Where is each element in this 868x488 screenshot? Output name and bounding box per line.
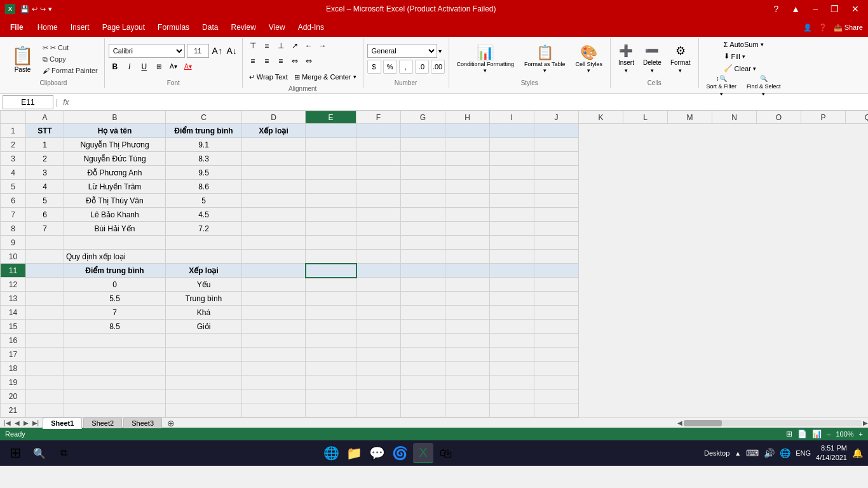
row-header-9[interactable]: 9 [1,236,26,250]
format-arrow[interactable]: ▾ [679,67,682,74]
cond-format-arrow[interactable]: ▾ [484,67,487,74]
cell-F2[interactable] [356,138,401,152]
cell-H5[interactable] [445,180,490,194]
cell-F20[interactable] [356,390,401,403]
underline-button[interactable]: U [138,60,151,73]
sheet-tab-1[interactable]: Sheet1 [43,417,82,429]
cell-A15[interactable] [26,320,64,334]
cell-G3[interactable] [401,152,445,166]
cell-I17[interactable] [490,348,534,362]
cell-B21[interactable] [64,403,166,417]
border-button[interactable]: ⊞ [153,60,165,73]
data-menu[interactable]: Data [196,20,224,34]
ribbon-toggle-btn[interactable]: ▲ [787,4,804,14]
sheet-tab-3[interactable]: Sheet3 [123,417,162,428]
formula-input[interactable] [72,95,865,109]
cell-undefined4[interactable] [534,166,579,180]
wrap-text-button[interactable]: ↵ Wrap Text [247,70,290,84]
cell-G12[interactable] [401,278,445,292]
cell-undefined1[interactable] [534,124,579,138]
cell-H9[interactable] [445,236,490,250]
col-header-i[interactable]: I [490,111,534,124]
insert-menu[interactable]: Insert [64,20,96,34]
cell-G20[interactable] [401,390,445,403]
cell-G6[interactable] [401,194,445,208]
cell-F18[interactable] [356,362,401,376]
taskbar-up-arrow[interactable]: ▲ [735,450,741,457]
cell-F16[interactable] [356,334,401,348]
close-btn[interactable]: ✕ [848,4,863,14]
lang-indicator[interactable]: ENG [796,449,811,457]
cell-undefined6[interactable] [534,194,579,208]
row-header-5[interactable]: 5 [1,180,26,194]
restore-btn[interactable]: ❐ [827,4,843,14]
cell-G13[interactable] [401,292,445,306]
cell-G7[interactable] [401,208,445,222]
cell-H18[interactable] [445,362,490,376]
cell-I14[interactable] [490,306,534,320]
cell-E16[interactable] [306,334,356,348]
cell-D9[interactable] [242,236,306,250]
cell-B4[interactable]: Đỗ Phương Anh [64,166,166,180]
cell-B1[interactable]: Họ và tên [64,124,166,138]
cell-undefined20[interactable] [534,390,579,403]
merge-dropdown-arrow[interactable]: ▾ [353,74,356,80]
row-header-7[interactable]: 7 [1,208,26,222]
merge-center-button[interactable]: ⊞ Merge & Center ▾ [292,70,359,84]
cell-D18[interactable] [242,362,306,376]
cell-undefined10[interactable] [534,250,579,264]
undo-quick-btn[interactable]: ↩ [32,5,37,13]
cell-F4[interactable] [356,166,401,180]
copy-button[interactable]: ⧉ Copy [40,54,100,65]
cell-E12[interactable] [306,278,356,292]
cell-C7[interactable]: 4.5 [166,208,242,222]
cell-D21[interactable] [242,403,306,417]
cell-F17[interactable] [356,348,401,362]
cell-undefined13[interactable] [534,292,579,306]
cell-B14[interactable]: 7 [64,306,166,320]
row-header-11[interactable]: 11 [1,264,26,278]
cell-A17[interactable] [26,348,64,362]
cell-G1[interactable] [401,124,445,138]
cell-E9[interactable] [306,236,356,250]
help-icon[interactable]: ❓ [818,24,827,32]
col-header-k[interactable]: K [579,111,623,124]
cell-C9[interactable] [166,236,242,250]
cell-C15[interactable]: Giỏi [166,320,242,334]
col-header-d[interactable]: D [242,111,306,124]
zoom-in-btn[interactable]: + [859,430,863,438]
cell-D4[interactable] [242,166,306,180]
cell-B7[interactable]: Lê Bảo Khanh [64,208,166,222]
cell-B5[interactable]: Lừ Huyền Trâm [64,180,166,194]
horizontal-scrollbar[interactable]: ◀ ▶ [677,419,868,426]
paste-button[interactable]: 📋 Paste [6,41,39,76]
cell-I20[interactable] [490,390,534,403]
fill-color-button[interactable]: A▾ [167,60,180,73]
row-header-1[interactable]: 1 [1,124,26,138]
page-break-view-btn[interactable]: 📊 [812,430,822,438]
scroll-right-btn[interactable]: ▶ [863,419,868,426]
col-header-g[interactable]: G [401,111,445,124]
cell-undefined14[interactable] [534,306,579,320]
align-middle-btn[interactable]: ≡ [261,39,273,52]
cell-H7[interactable] [445,208,490,222]
row-header-14[interactable]: 14 [1,306,26,320]
cell-E3[interactable] [306,152,356,166]
start-button[interactable]: ⊞ [5,443,25,463]
cell-A18[interactable] [26,362,64,376]
autosum-button[interactable]: Σ AutoSum ▾ [720,39,768,50]
delete-arrow[interactable]: ▾ [651,67,654,74]
cell-F8[interactable] [356,222,401,236]
row-header-2[interactable]: 2 [1,138,26,152]
cell-undefined2[interactable] [534,138,579,152]
cell-I4[interactable] [490,166,534,180]
cell-undefined7[interactable] [534,208,579,222]
cell-F21[interactable] [356,403,401,417]
cell-I1[interactable] [490,124,534,138]
cell-undefined18[interactable] [534,362,579,376]
cell-B9[interactable] [64,236,166,250]
cell-D14[interactable] [242,306,306,320]
row-header-18[interactable]: 18 [1,362,26,376]
cell-G10[interactable] [401,250,445,264]
cell-B10[interactable]: Quy định xếp loại [64,250,166,264]
